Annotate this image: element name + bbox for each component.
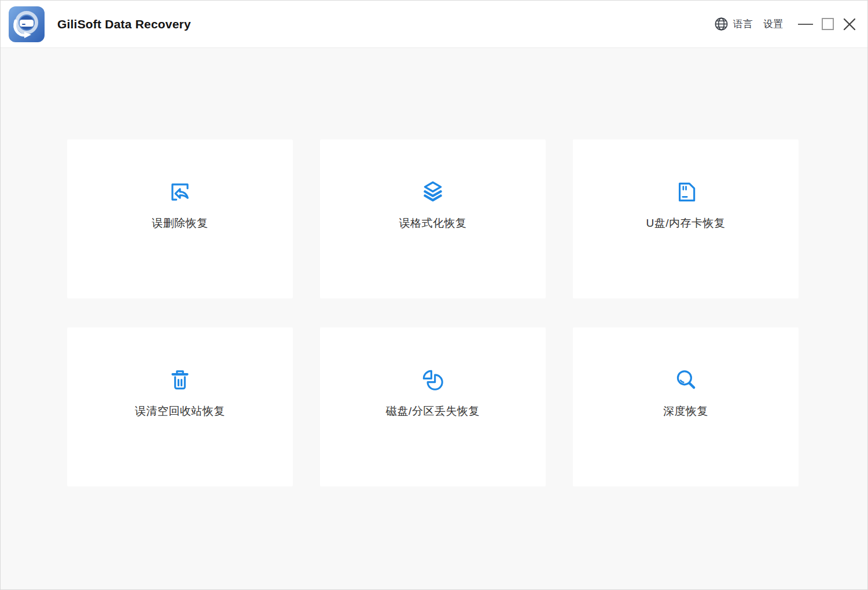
app-window: { "app": { "title": "GiliSoft Data Recov…: [0, 0, 868, 590]
card-label: 深度恢复: [663, 404, 708, 419]
app-logo-icon: [9, 6, 45, 42]
maximize-button[interactable]: [819, 14, 836, 34]
card-partition-recovery[interactable]: 磁盘/分区丢失恢复: [320, 327, 546, 486]
trash-icon: [167, 367, 193, 393]
app-title: GiliSoft Data Recovery: [57, 17, 191, 31]
pie-chart-icon: [420, 367, 446, 393]
sd-card-icon: [672, 179, 699, 205]
card-recyclebin-recovery[interactable]: 误清空回收站恢复: [67, 327, 293, 486]
card-unformat-recovery[interactable]: 误格式化恢复: [320, 139, 546, 298]
maximize-icon: [822, 18, 834, 30]
layers-icon: [420, 179, 446, 205]
minimize-button[interactable]: [797, 14, 814, 34]
minimize-icon: [798, 24, 813, 25]
card-label: 误删除恢复: [152, 216, 208, 231]
magnifier-icon: [672, 367, 699, 393]
card-usb-memorycard-recovery[interactable]: U盘/内存卡恢复: [573, 139, 799, 298]
card-undelete-recovery[interactable]: 误删除恢复: [67, 139, 293, 298]
close-button[interactable]: [841, 14, 858, 34]
card-label: U盘/内存卡恢复: [646, 216, 726, 231]
titlebar: GiliSoft Data Recovery 语言 设置: [1, 1, 867, 48]
close-icon: [843, 17, 856, 31]
card-label: 误清空回收站恢复: [135, 404, 225, 419]
globe-icon[interactable]: [714, 17, 729, 31]
feature-card-grid: 误删除恢复 误格式化恢复 U盘/内存卡恢复: [67, 139, 799, 486]
card-deep-recovery[interactable]: 深度恢复: [573, 327, 799, 486]
titlebar-controls: 语言 设置: [714, 14, 858, 34]
settings-button[interactable]: 设置: [763, 17, 783, 31]
restore-file-icon: [167, 179, 193, 205]
language-button[interactable]: 语言: [733, 17, 753, 31]
card-label: 磁盘/分区丢失恢复: [386, 404, 480, 419]
card-label: 误格式化恢复: [399, 216, 467, 231]
